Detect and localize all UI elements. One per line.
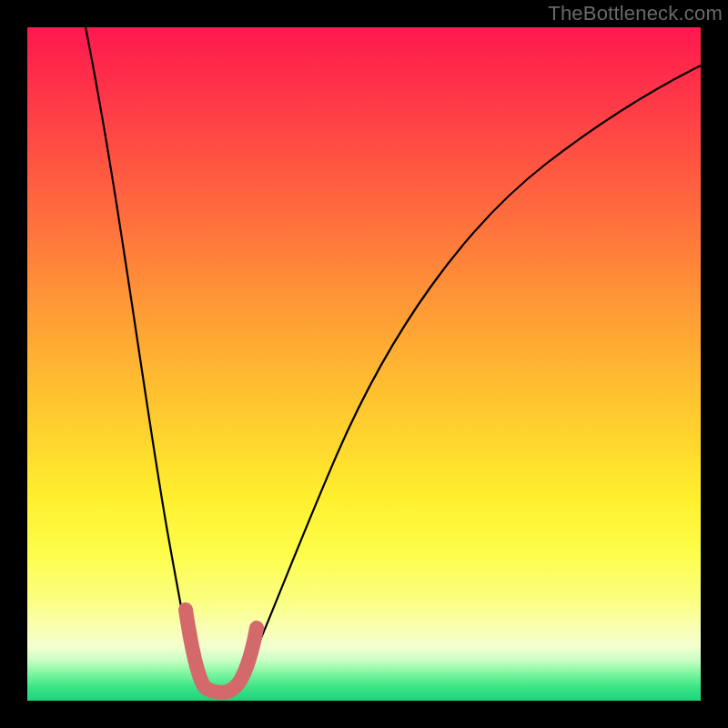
chart-container: TheBottleneck.com bbox=[0, 0, 728, 728]
v-curve-line bbox=[86, 27, 701, 690]
watermark-text: TheBottleneck.com bbox=[548, 2, 723, 25]
chart-svg bbox=[27, 27, 701, 701]
plot-area bbox=[27, 27, 701, 701]
valley-marker-line bbox=[186, 610, 257, 693]
